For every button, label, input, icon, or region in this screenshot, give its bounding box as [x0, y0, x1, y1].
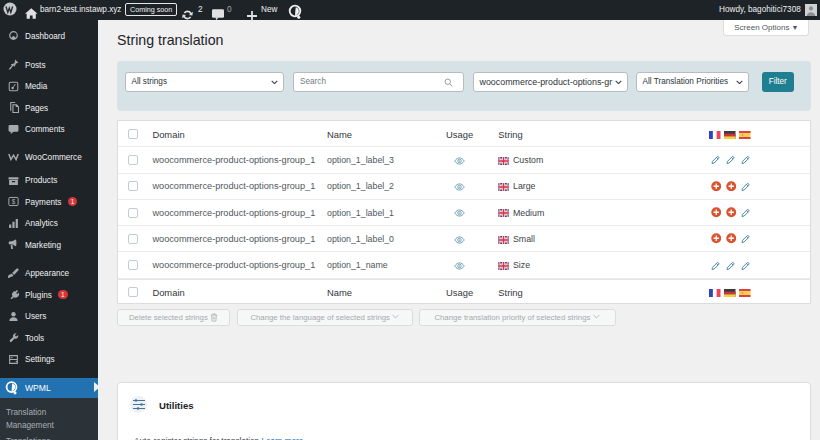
svg-text:$: $: [12, 198, 16, 205]
